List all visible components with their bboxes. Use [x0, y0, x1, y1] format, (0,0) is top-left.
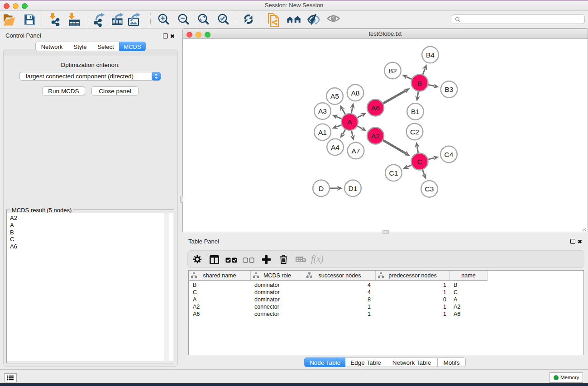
- svg-text:C4: C4: [445, 151, 454, 158]
- svg-text:A7: A7: [352, 147, 360, 155]
- svg-text:C2: C2: [410, 128, 419, 136]
- svg-text:B1: B1: [411, 108, 420, 115]
- svg-text:B4: B4: [426, 51, 435, 59]
- svg-text:A8: A8: [351, 89, 360, 97]
- svg-text:A1: A1: [318, 129, 327, 136]
- svg-text:A2: A2: [371, 132, 380, 140]
- svg-text:C: C: [417, 158, 422, 166]
- svg-text:A4: A4: [331, 143, 339, 151]
- svg-text:C1: C1: [389, 169, 398, 177]
- svg-text:D: D: [319, 185, 324, 192]
- svg-text:B3: B3: [445, 86, 454, 93]
- svg-text:A3: A3: [318, 107, 327, 115]
- svg-text:A5: A5: [330, 92, 339, 100]
- svg-text:C3: C3: [425, 185, 434, 193]
- svg-text:A6: A6: [371, 104, 380, 112]
- svg-text:D1: D1: [349, 185, 358, 192]
- svg-text:B: B: [417, 79, 422, 87]
- svg-text:B2: B2: [388, 67, 397, 75]
- svg-text:A: A: [347, 118, 352, 126]
